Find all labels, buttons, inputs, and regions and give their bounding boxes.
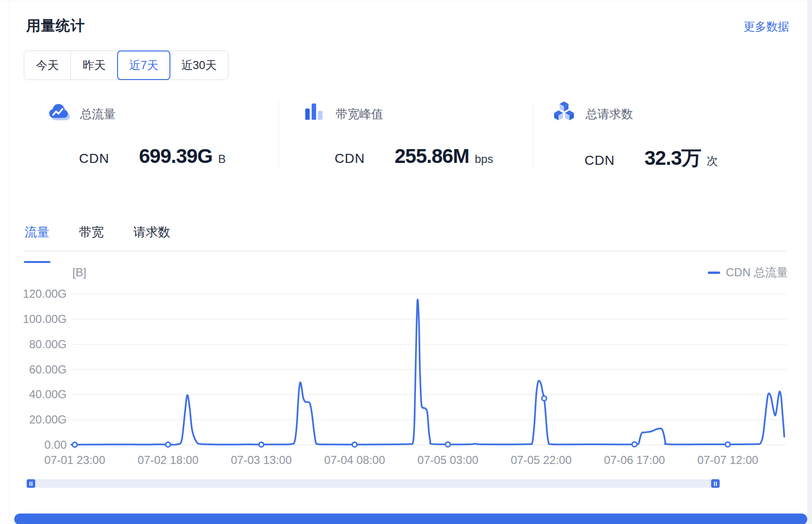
data-point-marker[interactable] bbox=[352, 442, 357, 447]
vertical-scrollbar-track[interactable] bbox=[807, 0, 812, 524]
range-button-last-7-days[interactable]: 近7天 bbox=[117, 50, 170, 80]
y-axis-tick-label: 40.00G bbox=[29, 388, 67, 401]
y-axis-tick-label: 120.00G bbox=[23, 287, 67, 300]
x-axis-tick-label: 07-02 18:00 bbox=[138, 453, 198, 466]
y-axis-tick-label: 80.00G bbox=[29, 338, 67, 351]
x-axis-tick-label: 07-06 17:00 bbox=[604, 453, 665, 466]
y-axis-tick-label: 0.00 bbox=[44, 438, 67, 451]
datazoom-left-handle[interactable] bbox=[27, 479, 35, 488]
y-axis-tick-label: 20.00G bbox=[29, 413, 67, 426]
x-axis-tick-label: 07-01 23:00 bbox=[44, 453, 105, 466]
usage-statistics-panel: 用量统计 更多数据 今天 昨天 近7天 近30天 bbox=[0, 0, 812, 524]
data-point-marker[interactable] bbox=[542, 396, 546, 401]
x-axis-tick-label: 07-05 22:00 bbox=[511, 453, 572, 466]
data-point-marker[interactable] bbox=[259, 442, 264, 447]
x-axis-tick-label: 07-07 12:00 bbox=[697, 453, 758, 466]
horizontal-scrollbar-thumb[interactable] bbox=[14, 514, 807, 524]
x-axis-tick-label: 07-03 13:00 bbox=[231, 453, 292, 466]
y-axis-tick-label: 60.00G bbox=[29, 363, 67, 376]
datazoom-right-handle[interactable] bbox=[711, 479, 720, 488]
data-point-marker[interactable] bbox=[72, 442, 77, 447]
datazoom-slider[interactable] bbox=[27, 479, 720, 488]
series-line bbox=[71, 300, 784, 445]
x-axis-tick-label: 07-05 03:00 bbox=[417, 453, 478, 466]
data-point-marker[interactable] bbox=[632, 442, 637, 447]
x-axis-tick-label: 07-04 08:00 bbox=[324, 453, 385, 466]
data-point-marker[interactable] bbox=[166, 442, 170, 447]
data-point-marker[interactable] bbox=[725, 442, 730, 447]
y-axis-tick-label: 100.00G bbox=[23, 312, 67, 325]
data-point-marker[interactable] bbox=[446, 442, 450, 447]
